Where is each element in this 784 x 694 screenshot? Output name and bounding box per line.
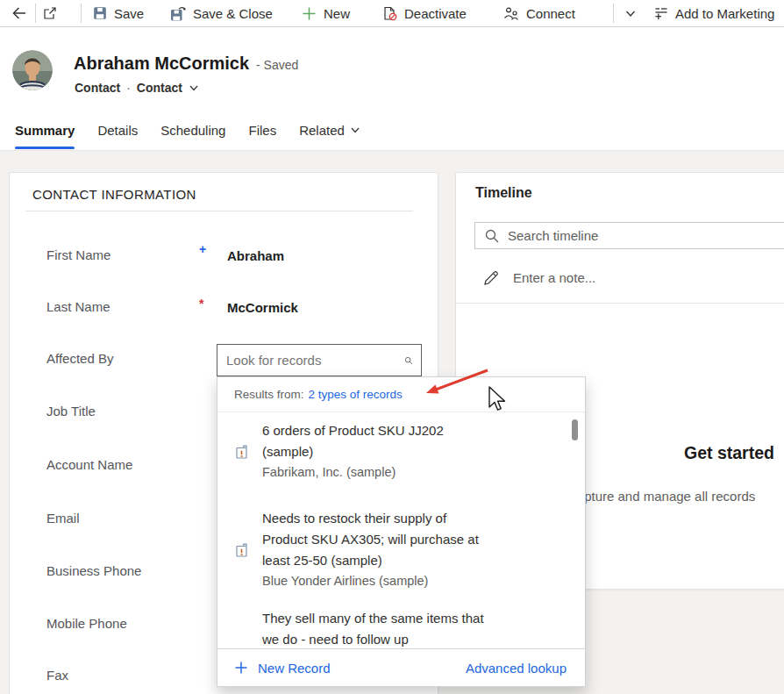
- new-record-label: New Record: [258, 661, 331, 676]
- lookup-result-item[interactable]: They sell many of the same items that we…: [217, 608, 585, 650]
- lookup-result-item[interactable]: Needs to restock their supply of Product…: [217, 508, 585, 591]
- timeline-search-box: [474, 222, 784, 249]
- timeline-search-input[interactable]: [508, 228, 784, 243]
- field-label-first-name: First Name: [46, 247, 110, 262]
- toolbar-divider: [35, 4, 36, 23]
- command-bar: Save Save & Close New Deactivate Connect…: [0, 0, 784, 27]
- save-button[interactable]: Save: [93, 0, 144, 26]
- subtitle-separator: ·: [126, 81, 131, 95]
- popout-button[interactable]: [43, 0, 57, 26]
- note-placeholder: Enter a note...: [513, 270, 595, 285]
- lookup-results-flyout: Results from: 2 types of records 6 order…: [217, 376, 586, 687]
- back-arrow-icon: [11, 4, 28, 22]
- field-label-business-phone: Business Phone: [46, 563, 141, 578]
- tab-details[interactable]: Details: [97, 110, 138, 150]
- tab-related[interactable]: Related: [299, 110, 360, 150]
- result-title: They sell many of the same items that we…: [262, 608, 492, 650]
- deactivate-label: Deactivate: [404, 6, 467, 21]
- affected-by-lookup-field: [217, 344, 422, 376]
- more-commands-button[interactable]: [624, 0, 637, 26]
- contact-name: Abraham McCormick: [74, 54, 249, 73]
- search-icon[interactable]: [404, 353, 413, 368]
- save-icon: [93, 6, 107, 20]
- form-tabs: Summary Details Scheduling Files Related: [0, 110, 784, 151]
- field-label-email: Email: [46, 511, 80, 526]
- field-label-account-name: Account Name: [46, 457, 132, 472]
- add-to-marketing-icon: [654, 6, 668, 20]
- case-record-icon: [234, 542, 250, 558]
- advanced-lookup-button[interactable]: Advanced lookup: [466, 661, 567, 676]
- get-started-title: Get started: [684, 443, 774, 463]
- lookup-input[interactable]: [217, 353, 404, 368]
- save-and-close-button[interactable]: Save & Close: [170, 0, 273, 26]
- plus-icon: [234, 661, 248, 675]
- get-started-text: Capture and manage all records: [567, 489, 755, 504]
- chevron-down-icon[interactable]: [189, 82, 199, 93]
- last-name-value[interactable]: McCormick: [227, 300, 298, 315]
- field-label-affected-by: Affected By: [46, 351, 113, 366]
- contact-photo: [12, 50, 53, 90]
- avatar: [12, 50, 53, 90]
- save-and-close-icon: [170, 6, 186, 21]
- add-to-marketing-label: Add to Marketing: [675, 6, 774, 21]
- result-title: 6 orders of Product SKU JJ202 (sample): [262, 420, 492, 462]
- enter-note-field[interactable]: Enter a note...: [482, 264, 784, 291]
- timeline-title: Timeline: [475, 185, 532, 201]
- result-title: Needs to restock their supply of Product…: [262, 508, 492, 571]
- record-subtitle: Contact · Contact: [75, 81, 199, 95]
- flyout-scrollbar-thumb[interactable]: [572, 419, 578, 440]
- toolbar-divider: [81, 4, 82, 23]
- connect-label: Connect: [526, 6, 575, 21]
- save-and-close-label: Save & Close: [193, 6, 273, 21]
- first-name-value[interactable]: Abraham: [227, 248, 284, 263]
- result-subtitle: Blue Yonder Airlines (sample): [262, 571, 492, 591]
- popout-icon: [43, 6, 57, 20]
- new-plus-icon: [302, 6, 317, 21]
- search-icon: [484, 228, 500, 244]
- result-subtitle: Fabrikam, Inc. (sample): [262, 462, 492, 483]
- required-marker: *: [199, 297, 203, 311]
- pencil-icon: [482, 269, 500, 287]
- card-title: CONTACT INFORMATION: [32, 187, 196, 202]
- lookup-result-item[interactable]: 6 orders of Product SKU JJ202 (sample) F…: [217, 420, 585, 483]
- record-title: Abraham McCormick- Saved: [74, 54, 298, 74]
- lookup-results-header: Results from: 2 types of records: [217, 377, 585, 412]
- card-title-divider: [25, 211, 413, 211]
- save-status: - Saved: [256, 58, 298, 72]
- lookup-flyout-footer: New Record Advanced lookup: [217, 648, 585, 686]
- entity-type-label: Contact: [75, 81, 120, 95]
- field-label-mobile-phone: Mobile Phone: [46, 616, 127, 631]
- new-button[interactable]: New: [302, 0, 350, 26]
- save-label: Save: [114, 6, 144, 21]
- new-record-button[interactable]: New Record: [234, 661, 331, 676]
- tab-summary[interactable]: Summary: [15, 110, 75, 150]
- connect-button[interactable]: Connect: [503, 0, 575, 26]
- case-record-icon: [234, 444, 250, 460]
- field-label-last-name: Last Name: [46, 299, 110, 314]
- form-selector[interactable]: Contact: [137, 81, 182, 95]
- timeline-divider: [456, 303, 784, 304]
- field-label-job-title: Job Title: [46, 404, 96, 419]
- field-label-fax: Fax: [46, 668, 68, 683]
- deactivate-button[interactable]: Deactivate: [382, 0, 467, 26]
- chevron-down-icon: [624, 7, 637, 19]
- back-button[interactable]: [11, 0, 28, 26]
- toolbar-divider: [613, 4, 614, 23]
- connect-people-icon: [503, 6, 519, 21]
- tab-scheduling[interactable]: Scheduling: [160, 110, 225, 150]
- lookup-results-list: 6 orders of Product SKU JJ202 (sample) F…: [217, 413, 585, 650]
- record-header: Abraham McCormick- Saved Contact · Conta…: [0, 27, 784, 110]
- add-to-marketing-button[interactable]: Add to Marketing: [654, 0, 774, 26]
- tab-files[interactable]: Files: [248, 110, 276, 150]
- chevron-down-icon: [350, 125, 360, 135]
- results-from-label: Results from:: [234, 388, 304, 401]
- recommended-marker: +: [199, 242, 206, 256]
- record-types-link[interactable]: 2 types of records: [309, 388, 403, 401]
- new-label: New: [324, 6, 350, 21]
- deactivate-icon: [382, 6, 397, 21]
